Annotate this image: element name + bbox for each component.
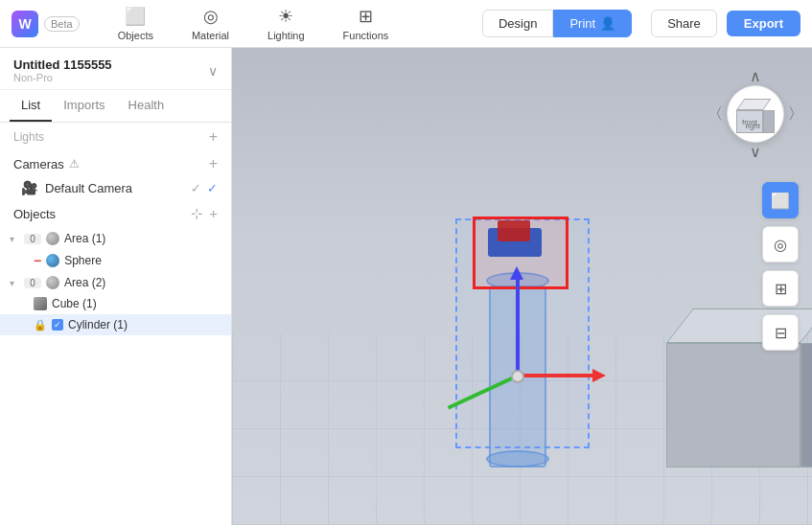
nav-objects[interactable]: ⬜ Objects xyxy=(99,0,173,47)
toolbar-table-button[interactable]: ⊟ xyxy=(762,314,799,351)
print-button[interactable]: Print 👤 xyxy=(553,10,632,37)
sphere-label: Sphere xyxy=(64,254,223,267)
cube-right-label: right xyxy=(745,122,760,130)
camera-warning-icon: ⚠ xyxy=(69,157,80,171)
objects-add-icon[interactable]: + xyxy=(209,205,218,222)
camera-item-default[interactable]: 🎥 Default Camera ✓ ✓ xyxy=(0,176,231,199)
nav-cube-left-button[interactable]: 〈 xyxy=(708,104,723,125)
sidebar: Untitled 1155555 Non-Pro ∨ List Imports … xyxy=(0,48,232,525)
axis-x xyxy=(518,374,594,377)
logo-area: W Beta xyxy=(12,11,80,37)
app-logo: W xyxy=(12,11,38,37)
nav-functions[interactable]: ⊞ Functions xyxy=(324,0,408,47)
axis-x-arrow xyxy=(592,369,606,382)
tab-imports[interactable]: Imports xyxy=(52,90,116,122)
tree-item-sphere[interactable]: − Sphere xyxy=(0,249,231,272)
cube-vis-right xyxy=(763,110,775,133)
cube-icon xyxy=(34,297,47,310)
expand-icon-area2: ▾ xyxy=(10,278,19,288)
nav-functions-label: Functions xyxy=(343,30,389,41)
gizmo-origin xyxy=(511,370,524,383)
cube-vis-top xyxy=(736,99,771,110)
cube-front-face xyxy=(666,343,800,468)
cameras-label: Cameras ⚠ xyxy=(13,157,209,171)
nav-objects-label: Objects xyxy=(118,30,153,41)
cube-label: Cube (1) xyxy=(52,297,223,310)
axis-y xyxy=(516,276,520,381)
cylinder-checkbox[interactable]: ✓ xyxy=(52,319,63,331)
objects-icons: ⊹ + xyxy=(191,205,218,222)
share-button[interactable]: Share xyxy=(651,10,717,37)
nav-cube-box[interactable]: front right xyxy=(727,85,784,143)
lights-label: Lights xyxy=(13,130,44,144)
expand-icon-area1: ▾ xyxy=(10,234,19,244)
cube-right-face xyxy=(800,343,813,468)
tree-item-cube[interactable]: Cube (1) xyxy=(0,293,231,314)
viewport[interactable]: ∧ 〈 front right 〉 xyxy=(232,48,812,525)
area2-label: Area (2) xyxy=(64,276,223,289)
print-user-icon: 👤 xyxy=(600,16,615,31)
cylinder-group xyxy=(446,199,638,468)
collapse-icon[interactable]: ∨ xyxy=(208,63,218,79)
project-title: Untitled 1155555 xyxy=(13,57,112,72)
tab-list[interactable]: List xyxy=(10,90,52,122)
toolbar-sphere-button[interactable]: ◎ xyxy=(762,226,799,262)
nav-cube-up-button[interactable]: ∧ xyxy=(750,67,761,85)
tab-health[interactable]: Health xyxy=(117,90,176,122)
scene-objects xyxy=(446,199,638,468)
axis-y-arrow xyxy=(510,266,523,280)
design-button[interactable]: Design xyxy=(482,10,553,37)
tree-item-cylinder[interactable]: 🔒 ✓ Cylinder (1) xyxy=(0,314,231,335)
camera-tick-icon: ✓ xyxy=(207,181,218,195)
nav-cube-container: ∧ 〈 front right 〉 xyxy=(712,67,799,172)
tree-num-area1: 0 xyxy=(24,234,41,244)
lights-section-header: Lights + xyxy=(0,123,231,151)
nav-cube-down-button[interactable]: ∨ xyxy=(750,143,761,161)
material-icon: ◎ xyxy=(203,6,219,27)
top-object-red xyxy=(498,220,530,241)
right-toolbar: ⬜ ◎ ⊞ ⊟ xyxy=(762,182,799,351)
scene-background: ∧ 〈 front right 〉 xyxy=(232,48,812,525)
project-subtitle: Non-Pro xyxy=(13,72,112,83)
nav-lighting[interactable]: ☀ Lighting xyxy=(248,0,324,47)
lock-icon: 🔒 xyxy=(34,319,47,331)
mode-buttons: Design Print 👤 xyxy=(482,10,632,37)
tree-num-area2: 0 xyxy=(24,278,41,288)
main-content: Untitled 1155555 Non-Pro ∨ List Imports … xyxy=(0,48,812,525)
nav-cube-right-button[interactable]: 〉 xyxy=(788,104,803,125)
lights-add-icon[interactable]: + xyxy=(209,128,218,146)
area1-label: Area (1) xyxy=(64,232,223,245)
nav-cube-middle: 〈 front right 〉 xyxy=(708,85,803,143)
sidebar-tabs: List Imports Health xyxy=(0,90,231,123)
nav-lighting-label: Lighting xyxy=(267,30,305,41)
objects-label: Objects xyxy=(13,207,191,221)
lighting-icon: ☀ xyxy=(278,6,293,27)
topbar: W Beta ⬜ Objects ◎ Material ☀ Lighting ⊞… xyxy=(0,0,812,48)
objects-icon: ⬜ xyxy=(125,6,146,27)
minus-icon: − xyxy=(34,253,41,268)
tree-item-area2[interactable]: ▾ 0 Area (2) xyxy=(0,272,231,293)
export-button[interactable]: Export xyxy=(727,11,800,36)
objects-row: Objects ⊹ + xyxy=(0,199,231,228)
nav-material[interactable]: ◎ Material xyxy=(173,0,248,47)
nav-material-label: Material xyxy=(192,30,229,41)
project-header: Untitled 1155555 Non-Pro ∨ xyxy=(0,48,231,90)
camera-check-icon: ✓ xyxy=(191,181,201,195)
toolbar-box-button[interactable]: ⬜ xyxy=(762,182,799,218)
camera-item-icon: 🎥 xyxy=(21,180,37,195)
tree-item-area1[interactable]: ▾ 0 Area (1) xyxy=(0,228,231,249)
cylinder-label: Cylinder (1) xyxy=(68,318,223,331)
objects-sort-icon[interactable]: ⊹ xyxy=(191,205,203,222)
camera-item-label: Default Camera xyxy=(45,181,183,195)
nav-items: ⬜ Objects ◎ Material ☀ Lighting ⊞ Functi… xyxy=(99,0,482,47)
cameras-add-icon[interactable]: + xyxy=(209,155,218,172)
functions-icon: ⊞ xyxy=(359,6,373,27)
beta-badge: Beta xyxy=(44,16,80,32)
area1-icon xyxy=(46,232,59,245)
camera-actions: ✓ ✓ xyxy=(191,181,218,195)
cylinder-bottom-ellipse xyxy=(486,450,549,468)
toolbar-grid-button[interactable]: ⊞ xyxy=(762,270,799,307)
print-label: Print xyxy=(569,16,595,31)
cameras-row: Cameras ⚠ + xyxy=(0,151,231,176)
cube-visual: front right xyxy=(736,95,775,133)
